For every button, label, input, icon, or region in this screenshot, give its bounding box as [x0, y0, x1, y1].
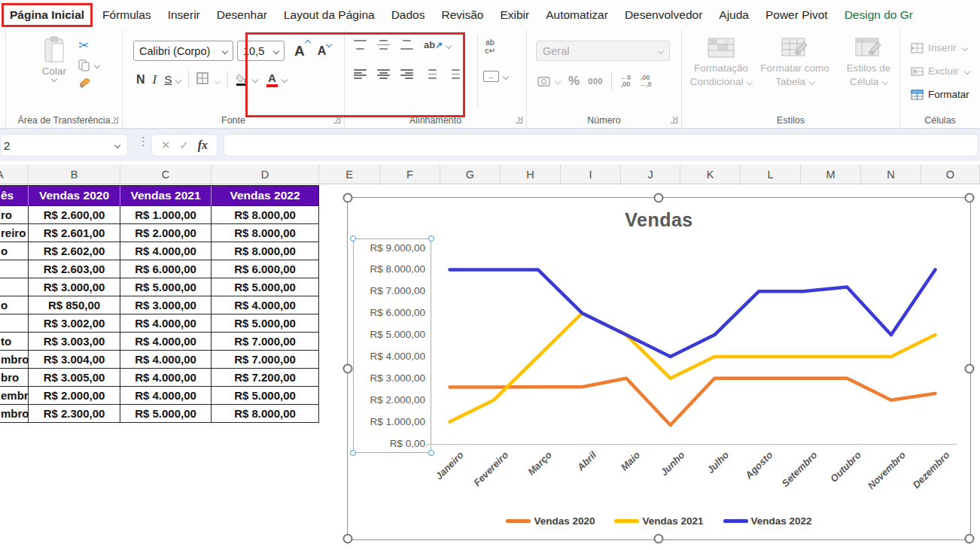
- axis-selection-handle[interactable]: [350, 450, 356, 456]
- underline-button[interactable]: S: [164, 73, 180, 87]
- chart-selection-handle[interactable]: [343, 364, 353, 374]
- table-cell[interactable]: R$ 8.000,00: [212, 242, 319, 260]
- table-cell[interactable]: o: [0, 242, 29, 260]
- table-cell[interactable]: R$ 7.000,00: [212, 333, 319, 351]
- chart-selection-handle[interactable]: [965, 364, 975, 374]
- accounting-format-icon[interactable]: [537, 76, 560, 87]
- tab-ajuda[interactable]: Ajuda: [711, 3, 757, 27]
- styles-button-estilos-de-celula[interactable]: Estilos de Célula: [834, 38, 903, 88]
- column-header-A[interactable]: A: [0, 165, 29, 184]
- table-cell[interactable]: o: [0, 296, 29, 315]
- column-header-J[interactable]: J: [621, 165, 680, 184]
- table-cell[interactable]: embro: [0, 387, 29, 405]
- table-header-cell[interactable]: Vendas 2020: [29, 186, 120, 206]
- decrease-indent-icon[interactable]: [424, 69, 437, 79]
- table-cell[interactable]: R$ 3.005,00: [29, 369, 120, 387]
- table-cell[interactable]: R$ 6.000,00: [120, 260, 212, 278]
- column-header-N[interactable]: N: [861, 165, 921, 184]
- chart-legend[interactable]: Vendas 2020Vendas 2021Vendas 2022: [348, 515, 970, 527]
- table-cell[interactable]: R$ 2.602,00: [29, 242, 120, 260]
- fill-color-button[interactable]: [236, 74, 248, 87]
- delete-cells-button[interactable]: Excluir: [911, 59, 969, 83]
- align-right-icon[interactable]: [400, 69, 413, 79]
- table-cell[interactable]: R$ 5.000,00: [212, 387, 319, 405]
- table-header-cell[interactable]: ês: [0, 186, 29, 206]
- wrap-text-icon[interactable]: abc↵: [485, 39, 495, 55]
- legend-item-vendas-2020[interactable]: Vendas 2020: [506, 515, 595, 527]
- table-cell[interactable]: R$ 850,00: [29, 296, 120, 315]
- column-header-G[interactable]: G: [440, 165, 501, 184]
- table-cell[interactable]: R$ 5.000,00: [120, 278, 212, 296]
- comma-style-button[interactable]: 000: [588, 77, 603, 86]
- legend-item-vendas-2022[interactable]: Vendas 2022: [723, 515, 812, 527]
- column-header-E[interactable]: E: [319, 165, 380, 184]
- table-cell[interactable]: R$ 6.000,00: [212, 260, 319, 278]
- chart-selection-handle[interactable]: [965, 193, 975, 203]
- italic-button[interactable]: I: [153, 72, 157, 87]
- table-cell[interactable]: reiro: [0, 224, 29, 242]
- table-cell[interactable]: R$ 2.600,00: [29, 206, 120, 224]
- styles-button-formatar-como-tabela[interactable]: Formatar como Tabela: [760, 38, 829, 88]
- column-header-C[interactable]: C: [120, 165, 212, 184]
- tab-automatizar[interactable]: Automatizar: [537, 3, 616, 27]
- number-dialog-launcher[interactable]: [671, 117, 677, 123]
- table-cell[interactable]: R$ 3.000,00: [120, 296, 212, 315]
- tab-formulas[interactable]: Fórmulas: [94, 3, 160, 27]
- axis-selection-handle[interactable]: [350, 235, 356, 242]
- table-cell[interactable]: [0, 278, 29, 296]
- column-header-B[interactable]: B: [29, 165, 120, 184]
- tab-exibir[interactable]: Exibir: [492, 3, 537, 27]
- table-header-cell[interactable]: Vendas 2022: [212, 186, 319, 206]
- table-cell[interactable]: mbro: [0, 351, 29, 369]
- table-cell[interactable]: R$ 4.000,00: [120, 242, 212, 260]
- insert-function-icon[interactable]: fx: [198, 138, 208, 152]
- table-cell[interactable]: R$ 2.603,00: [29, 260, 120, 278]
- chart-selection-handle[interactable]: [965, 534, 975, 544]
- tab-desenvolvedor[interactable]: Desenvolvedor: [616, 3, 711, 27]
- copy-icon[interactable]: [78, 59, 99, 71]
- cancel-icon[interactable]: ✕: [161, 138, 171, 152]
- table-cell[interactable]: R$ 4.000,00: [120, 351, 212, 369]
- tab-inserir[interactable]: Inserir: [160, 3, 208, 27]
- align-bottom-icon[interactable]: [400, 40, 413, 50]
- styles-button-formatacao-condicional[interactable]: Formatação Condicional: [686, 38, 756, 88]
- table-cell[interactable]: R$ 8.000,00: [212, 206, 319, 224]
- paste-button[interactable]: Colar: [35, 36, 74, 81]
- enter-icon[interactable]: ✓: [179, 138, 189, 152]
- table-cell[interactable]: [0, 260, 29, 278]
- table-cell[interactable]: R$ 7.000,00: [212, 351, 319, 369]
- table-cell[interactable]: R$ 1.000,00: [120, 206, 212, 224]
- axis-selection-handle[interactable]: [428, 450, 434, 456]
- column-header-H[interactable]: H: [501, 165, 561, 184]
- table-cell[interactable]: mbro: [0, 405, 29, 423]
- table-cell[interactable]: R$ 2.000,00: [120, 224, 212, 242]
- table-cell[interactable]: R$ 5.000,00: [212, 278, 319, 296]
- table-cell[interactable]: R$ 4.000,00: [120, 369, 212, 387]
- column-header-F[interactable]: F: [380, 165, 440, 184]
- tab-power-pivot[interactable]: Power Pivot: [757, 3, 836, 27]
- table-cell[interactable]: R$ 3.000,00: [29, 278, 120, 296]
- font-dialog-launcher[interactable]: [333, 117, 340, 123]
- table-cell[interactable]: to: [0, 333, 29, 351]
- formula-input[interactable]: [224, 134, 978, 156]
- decrease-font-size-button[interactable]: A: [318, 44, 327, 58]
- table-cell[interactable]: R$ 2.000,00: [29, 387, 120, 405]
- number-format-combo[interactable]: Geral: [536, 41, 670, 61]
- table-cell[interactable]: R$ 5.000,00: [120, 405, 212, 423]
- align-left-icon[interactable]: [354, 69, 367, 79]
- align-middle-icon[interactable]: [377, 40, 390, 50]
- chart-selection-handle[interactable]: [654, 193, 664, 203]
- font-color-button[interactable]: A: [266, 72, 278, 87]
- column-header-K[interactable]: K: [680, 165, 741, 184]
- decrease-decimal-button[interactable]: ,00→,0: [639, 74, 652, 89]
- table-cell[interactable]: R$ 7.200,00: [212, 369, 319, 387]
- table-cell[interactable]: R$ 3.004,00: [29, 351, 120, 369]
- column-header-D[interactable]: D: [212, 165, 319, 184]
- column-header-O[interactable]: O: [921, 165, 980, 184]
- increase-font-size-button[interactable]: A: [294, 43, 305, 59]
- bold-button[interactable]: N: [136, 73, 145, 87]
- table-cell[interactable]: R$ 4.000,00: [120, 387, 212, 405]
- column-header-L[interactable]: L: [741, 165, 801, 184]
- clipboard-dialog-launcher[interactable]: [111, 117, 118, 123]
- table-cell[interactable]: R$ 3.002,00: [29, 315, 120, 333]
